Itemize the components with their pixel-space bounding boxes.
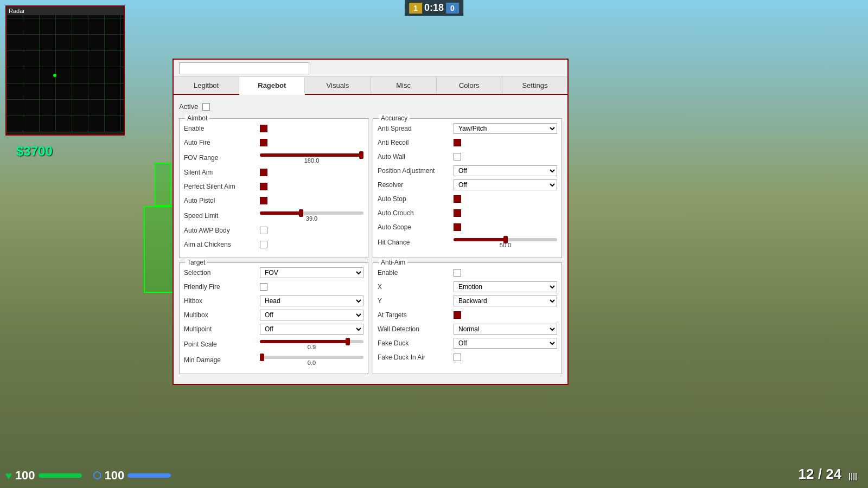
selection-label: Selection <box>184 269 260 277</box>
auto-pistol-row: Auto Pistol <box>184 195 363 206</box>
fake-duck-in-air-checkbox[interactable] <box>454 354 461 361</box>
min-damage-label: Min Damage <box>184 356 260 364</box>
health-value: 100 <box>15 468 35 483</box>
radar-player-dot <box>53 74 56 77</box>
timer-hud: 1 0:18 0 <box>405 0 463 16</box>
at-targets-checkbox[interactable] <box>454 311 461 319</box>
anti-recoil-label: Anti Recoil <box>378 139 454 146</box>
auto-pistol-checkbox[interactable] <box>260 197 267 204</box>
fake-duck-in-air-label: Fake Duck In Air <box>378 354 454 361</box>
perfect-silent-aim-checkbox[interactable] <box>260 183 267 190</box>
hitbox-row: Hitbox Head Body Legs <box>184 296 363 306</box>
wall-detection-dropdown[interactable]: Normal Off <box>454 324 557 335</box>
anti-aim-enable-label: Enable <box>378 269 454 277</box>
anti-recoil-row: Anti Recoil <box>378 137 557 148</box>
auto-awp-label: Auto AWP Body <box>184 227 260 234</box>
tab-legitbot[interactable]: Legitbot <box>174 77 239 94</box>
speed-slider-track <box>260 211 363 215</box>
auto-stop-row: Auto Stop <box>378 194 557 204</box>
silent-aim-label: Silent Aim <box>184 169 260 176</box>
auto-scope-label: Auto Scope <box>378 223 454 231</box>
friendly-fire-checkbox[interactable] <box>260 283 267 291</box>
timer-display: 0:18 <box>424 2 444 14</box>
multibox-row: Multibox Off On <box>184 310 363 320</box>
min-damage-slider-container: 0.0 <box>260 354 363 366</box>
resolver-dropdown[interactable]: Off On <box>454 179 557 190</box>
health-display: ♥ 100 <box>5 468 82 483</box>
tab-misc[interactable]: Misc <box>371 77 437 94</box>
aim-chickens-checkbox[interactable] <box>260 241 267 248</box>
hitbox-dropdown[interactable]: Head Body Legs <box>260 296 363 306</box>
auto-crouch-checkbox[interactable] <box>454 209 461 217</box>
hit-chance-slider-track <box>454 238 557 241</box>
aimbot-enable-checkbox[interactable] <box>260 125 267 132</box>
anti-aim-section: Anti-Aim Enable X Emotion Off <box>373 262 562 374</box>
fake-duck-dropdown[interactable]: Off On <box>454 338 557 349</box>
tab-colors[interactable]: Colors <box>437 77 502 94</box>
resolver-label: Resolver <box>378 181 454 189</box>
anti-aim-enable-checkbox[interactable] <box>454 269 461 277</box>
perfect-silent-aim-label: Perfect Silent Aim <box>184 183 260 190</box>
ammo-separator: / <box>818 466 826 482</box>
wall-detection-row: Wall Detection Normal Off <box>378 324 557 335</box>
fov-slider-fill <box>260 153 363 157</box>
fov-range-label: FOV Range <box>184 154 260 162</box>
target-title: Target <box>185 259 207 266</box>
score-t: 1 <box>409 3 422 14</box>
multipoint-row: Multipoint Off On <box>184 324 363 335</box>
auto-crouch-label: Auto Crouch <box>378 209 454 217</box>
silent-aim-checkbox[interactable] <box>260 169 267 176</box>
armor-display: ⬡ 100 <box>93 468 171 483</box>
ammo-bars-icon: |||| <box>848 472 857 480</box>
anti-aim-y-dropdown[interactable]: Backward Off <box>454 296 557 306</box>
anti-aim-y-label: Y <box>378 297 454 305</box>
active-checkbox[interactable] <box>202 103 210 111</box>
position-adj-row: Position Adjustment Off On <box>378 165 557 176</box>
friendly-fire-label: Friendly Fire <box>184 283 260 291</box>
position-adj-dropdown[interactable]: Off On <box>454 165 557 176</box>
speed-slider-container: 39.0 <box>260 209 363 222</box>
speed-slider-fill <box>260 211 301 215</box>
multibox-dropdown[interactable]: Off On <box>260 310 363 320</box>
auto-fire-checkbox[interactable] <box>260 139 267 146</box>
auto-stop-checkbox[interactable] <box>454 195 461 203</box>
speed-slider-thumb[interactable] <box>299 209 303 217</box>
min-damage-slider-value: 0.0 <box>308 359 316 366</box>
tab-ragebot[interactable]: Ragebot <box>239 77 305 95</box>
auto-awp-checkbox[interactable] <box>260 227 267 234</box>
min-damage-slider-thumb[interactable] <box>260 354 264 361</box>
auto-scope-checkbox[interactable] <box>454 223 461 231</box>
anti-aim-x-label: X <box>378 283 454 291</box>
point-scale-slider-container: 0.9 <box>260 338 363 350</box>
fov-slider-thumb[interactable] <box>359 151 363 159</box>
aimbot-section: Aimbot Enable Auto Fire <box>179 118 368 258</box>
hit-chance-slider-thumb[interactable] <box>503 236 508 243</box>
health-bar-fill <box>39 473 82 478</box>
point-scale-slider-fill <box>260 340 348 343</box>
auto-wall-checkbox[interactable] <box>454 153 461 160</box>
tab-visuals[interactable]: Visuals <box>305 77 371 94</box>
min-damage-slider-track <box>260 356 363 359</box>
at-targets-row: At Targets <box>378 310 557 320</box>
player-outline-2 <box>155 163 171 206</box>
anti-recoil-checkbox[interactable] <box>454 139 461 146</box>
anti-aim-x-dropdown[interactable]: Emotion Off <box>454 281 557 292</box>
aimbot-title: Aimbot <box>185 114 209 122</box>
ammo-reserve: 24 <box>826 466 841 482</box>
selection-dropdown[interactable]: FOV Distance <box>260 267 363 278</box>
target-section: Target Selection FOV Distance Friendly F… <box>179 262 368 374</box>
min-damage-row: Min Damage 0.0 <box>184 354 363 366</box>
title-input[interactable] <box>179 62 309 74</box>
multipoint-dropdown[interactable]: Off On <box>260 324 363 335</box>
anti-aim-title: Anti-Aim <box>379 259 407 266</box>
point-scale-slider-thumb[interactable] <box>346 338 350 345</box>
tab-settings[interactable]: Settings <box>502 77 567 94</box>
anti-spread-dropdown[interactable]: Yaw/Pitch Off <box>454 123 557 134</box>
armor-bar-fill <box>127 473 171 478</box>
multibox-label: Multibox <box>184 311 260 319</box>
speed-limit-label: Speed Limit <box>184 212 260 220</box>
fov-range-row: FOV Range 180.0 <box>184 151 363 164</box>
panel-body: Active Aimbot Enable Auto Fire <box>174 95 567 384</box>
aim-chickens-label: Aim at Chickens <box>184 241 260 248</box>
point-scale-row: Point Scale 0.9 <box>184 338 363 350</box>
